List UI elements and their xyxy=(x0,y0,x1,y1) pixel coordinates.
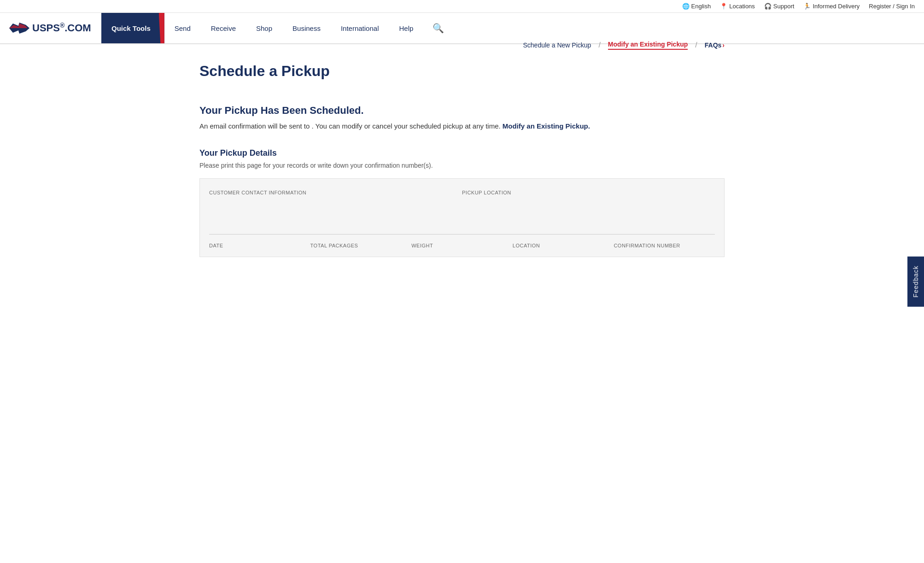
shop-label: Shop xyxy=(256,24,272,32)
schedule-new-pickup-link[interactable]: Schedule a New Pickup xyxy=(523,41,591,49)
nav-international[interactable]: International xyxy=(331,13,389,43)
pickup-details-title: Your Pickup Details xyxy=(199,148,725,158)
quick-tools-label: Quick Tools xyxy=(111,24,151,32)
locations-label: Locations xyxy=(729,3,755,10)
nav-business[interactable]: Business xyxy=(282,13,331,43)
support-link[interactable]: 🎧 Support xyxy=(764,3,795,10)
page-title: Schedule a Pickup xyxy=(199,63,330,80)
receive-label: Receive xyxy=(211,24,236,32)
eagle-logo-icon xyxy=(9,21,29,35)
nav-receive[interactable]: Receive xyxy=(201,13,246,43)
informed-delivery-link[interactable]: 🏃 Informed Delivery xyxy=(803,3,860,10)
date-col: DATE xyxy=(209,243,310,248)
pickup-nav: Schedule a New Pickup / Modify an Existi… xyxy=(523,41,725,50)
informed-delivery-label: Informed Delivery xyxy=(813,3,860,10)
location-col: LOCATION xyxy=(513,243,614,248)
chevron-right-icon: › xyxy=(722,41,725,49)
utility-bar: 🌐 English 📍 Locations 🎧 Support 🏃 Inform… xyxy=(0,0,924,13)
register-sign-in-link[interactable]: Register / Sign In xyxy=(869,3,915,10)
international-label: International xyxy=(341,24,379,32)
usps-dotcom-text: .COM xyxy=(64,23,91,34)
feedback-label: Feedback xyxy=(912,265,919,289)
weight-col: WEIGHT xyxy=(411,243,513,248)
faqs-label: FAQs xyxy=(705,41,722,49)
customer-contact-label: CUSTOMER CONTACT INFORMATION xyxy=(209,190,462,195)
confirmation-number-col: CONFIRMATION NUMBER xyxy=(614,243,715,248)
usps-registered-icon: ® xyxy=(60,22,64,29)
total-packages-col: TOTAL PACKAGES xyxy=(310,243,412,248)
confirmation-text: An email confirmation will be sent to . … xyxy=(199,121,725,132)
modify-existing-pickup-link[interactable]: Modify an Existing Pickup xyxy=(608,41,688,50)
pickup-details-subtitle: Please print this page for your records … xyxy=(199,162,725,169)
nav-send[interactable]: Send xyxy=(164,13,201,43)
usps-wordmark: USPS®.COM xyxy=(32,22,91,34)
nav-help[interactable]: Help xyxy=(389,13,423,43)
support-label: Support xyxy=(773,3,795,10)
headset-icon: 🎧 xyxy=(764,3,772,10)
nav-shop[interactable]: Shop xyxy=(246,13,282,43)
details-table: CUSTOMER CONTACT INFORMATION PICKUP LOCA… xyxy=(199,178,725,257)
confirmation-title: Your Pickup Has Been Scheduled. xyxy=(199,105,725,117)
english-link[interactable]: 🌐 English xyxy=(682,3,711,10)
header-row: Schedule a Pickup Schedule a New Pickup … xyxy=(199,63,725,91)
pickup-location-label: PICKUP LOCATION xyxy=(462,190,715,195)
location-icon: 📍 xyxy=(720,3,727,10)
customer-contact-col: CUSTOMER CONTACT INFORMATION xyxy=(209,190,462,223)
pickup-location-col: PICKUP LOCATION xyxy=(462,190,715,223)
main-nav: USPS®.COM Quick Tools Send Receive Shop … xyxy=(0,13,924,44)
register-sign-in-label: Register / Sign In xyxy=(869,3,915,10)
confirmation-section: Your Pickup Has Been Scheduled. An email… xyxy=(199,105,725,132)
business-label: Business xyxy=(292,24,321,32)
total-packages-label: TOTAL PACKAGES xyxy=(310,243,358,248)
usps-text: USPS xyxy=(32,23,60,34)
details-top-row: CUSTOMER CONTACT INFORMATION PICKUP LOCA… xyxy=(200,179,724,234)
globe-icon: 🌐 xyxy=(682,3,690,10)
english-label: English xyxy=(691,3,711,10)
send-label: Send xyxy=(175,24,191,32)
date-label: DATE xyxy=(209,243,223,248)
delivery-icon: 🏃 xyxy=(803,3,811,10)
usps-logo[interactable]: USPS®.COM xyxy=(9,21,91,35)
nav-items: Quick Tools Send Receive Shop Business I… xyxy=(101,13,924,43)
confirmation-number-label: CONFIRMATION NUMBER xyxy=(614,243,680,248)
weight-label: WEIGHT xyxy=(411,243,433,248)
nav-separator-2: / xyxy=(695,41,697,49)
feedback-tab[interactable]: Feedback xyxy=(907,256,924,289)
search-button[interactable]: 🔍 xyxy=(423,13,453,43)
nav-quick-tools[interactable]: Quick Tools xyxy=(101,13,164,43)
logo-area: USPS®.COM xyxy=(0,13,101,43)
page-content: Schedule a Pickup Schedule a New Pickup … xyxy=(186,44,738,289)
search-icon: 🔍 xyxy=(433,23,444,34)
locations-link[interactable]: 📍 Locations xyxy=(720,3,755,10)
help-label: Help xyxy=(399,24,413,32)
modify-existing-inline-link[interactable]: Modify an Existing Pickup. xyxy=(503,122,590,130)
nav-separator-1: / xyxy=(598,41,600,49)
location-label: LOCATION xyxy=(513,243,540,248)
details-bottom-row: DATE TOTAL PACKAGES WEIGHT LOCATION CONF… xyxy=(200,235,724,257)
pickup-details-section: Your Pickup Details Please print this pa… xyxy=(199,148,725,257)
confirmation-body-text: An email confirmation will be sent to . … xyxy=(199,122,501,130)
faqs-link[interactable]: FAQs › xyxy=(705,41,725,49)
